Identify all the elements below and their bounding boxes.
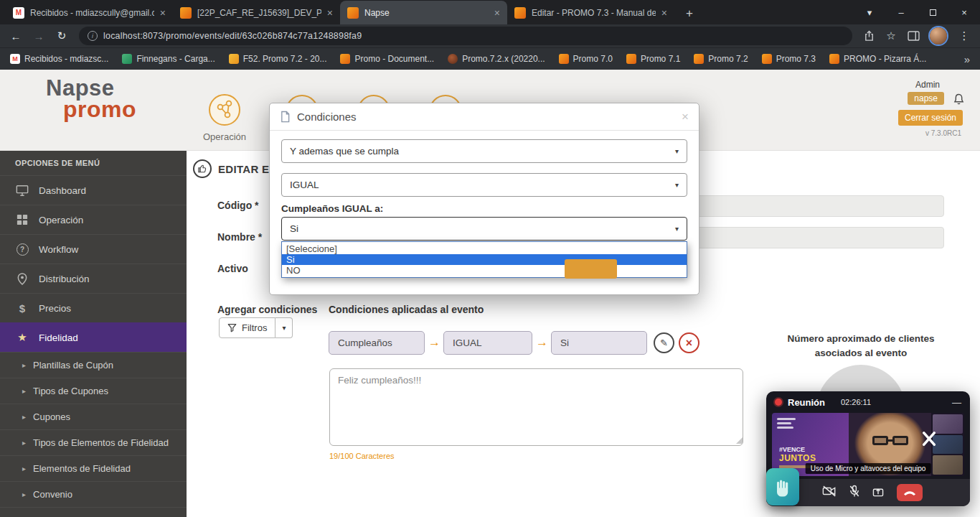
sidebar-subitem-label: Cupones: [33, 411, 70, 422]
version-label: v 7.3.0RC1: [925, 129, 961, 137]
back-icon[interactable]: ←: [6, 30, 26, 42]
dollar-icon: $: [15, 302, 29, 315]
bookmark-item[interactable]: Promo 7.3: [762, 54, 816, 64]
filters-split-button[interactable]: Filtros ▾: [219, 317, 293, 338]
nav-operacion[interactable]: Operación: [202, 93, 247, 142]
hand-icon: [771, 473, 794, 500]
tab-close-icon[interactable]: ×: [327, 7, 333, 19]
filters-caret-button[interactable]: ▾: [275, 317, 293, 338]
sidebar-subitem-tipos-elementos[interactable]: ▸Tipos de Elementos de Fidelidad: [0, 429, 187, 455]
meeting-video[interactable]: #VENCE JUNTOS Uso de Micro y altavoces d…: [772, 413, 964, 476]
browser-tab-gmail[interactable]: M Recibidos - mdiazscully@gmail.c ×: [6, 1, 173, 24]
promo-icon: [559, 54, 569, 64]
profile-avatar[interactable]: [930, 27, 947, 45]
glasses-shape: [872, 436, 908, 445]
promo-icon: [340, 54, 350, 64]
bookmark-star-icon[interactable]: ☆: [881, 29, 901, 42]
address-bar[interactable]: i localhost:8073/promo/events/edit/63c02…: [79, 27, 852, 45]
resize-grip-icon[interactable]: [736, 437, 743, 444]
bookmark-item[interactable]: Finnegans - Carga...: [122, 54, 215, 64]
tab-close-icon[interactable]: ×: [160, 7, 166, 19]
reload-icon[interactable]: ↻: [52, 29, 72, 42]
reaction-widget[interactable]: [766, 468, 799, 506]
filters-button[interactable]: Filtros: [219, 317, 275, 338]
recording-dot-icon: [775, 399, 782, 406]
arrow-icon: →: [536, 335, 548, 350]
sidebar-item-precios[interactable]: $ Precios: [0, 293, 187, 322]
bookmark-item[interactable]: F52. Promo 7.2 - 20...: [229, 54, 327, 64]
condition-chip-operator[interactable]: IGUAL: [443, 331, 532, 355]
tab-search-chevron-icon[interactable]: ▾: [854, 0, 885, 24]
bookmarks-overflow-icon[interactable]: »: [964, 53, 970, 65]
notifications-bell-icon[interactable]: [953, 93, 964, 108]
camera-off-icon[interactable]: [822, 485, 837, 500]
browser-tab-napse-active[interactable]: Napse ×: [340, 1, 507, 24]
sidebar-item-label: Fidelidad: [39, 332, 78, 343]
share-icon[interactable]: [859, 30, 878, 42]
bookmark-item[interactable]: Promo 7.2: [694, 54, 748, 64]
value-select-dropdown: [Seleccione] Si NO: [281, 241, 687, 278]
bookmark-item[interactable]: Promo 7.1: [626, 54, 680, 64]
delete-condition-button[interactable]: ×: [679, 332, 699, 353]
condition-type-select[interactable]: Y ademas que se cumpla ▾: [281, 139, 687, 163]
sidebar-subitem-convenio[interactable]: ▸Convenio: [0, 481, 187, 507]
side-panel-icon[interactable]: [904, 31, 923, 41]
bookmark-item[interactable]: PROMO - Pizarra Á...: [829, 54, 926, 64]
sidebar: OPCIONES DE MENÚ Dashboard Operación ? W…: [0, 151, 187, 517]
sidebar-item-dashboard[interactable]: Dashboard: [0, 175, 187, 205]
tab-strip: M Recibidos - mdiazscully@gmail.c × [22P…: [0, 0, 700, 24]
sidebar-subitem-elementos[interactable]: ▸Elementos de Fidelidad: [0, 455, 187, 481]
menu-kebab-icon[interactable]: ⋮: [954, 29, 974, 42]
operator-select[interactable]: IGUAL ▾: [281, 173, 687, 197]
sidebar-item-operacion[interactable]: Operación: [0, 205, 187, 234]
screen: M Recibidos - mdiazscully@gmail.c × [22P…: [0, 0, 980, 517]
condition-chip-field[interactable]: Cumpleaños: [329, 331, 425, 355]
hang-up-button[interactable]: [897, 484, 923, 501]
sidebar-item-distribucion[interactable]: Distribución: [0, 264, 187, 293]
edit-condition-button[interactable]: ✎: [654, 332, 674, 353]
modal-close-icon[interactable]: ×: [682, 110, 689, 124]
bookmark-label: Promo - Document...: [354, 54, 434, 64]
window-minimize-button[interactable]: –: [885, 0, 917, 24]
map-pin-icon: [15, 273, 29, 285]
sidebar-item-workflow[interactable]: ? Workflow: [0, 234, 187, 264]
logout-button[interactable]: Cerrar sesión: [898, 110, 963, 126]
description-textarea[interactable]: Feliz cumpleaños!!!: [329, 368, 743, 446]
sidebar-subitem-tipos-cupones[interactable]: ▸Tipos de Cupones: [0, 378, 187, 404]
bookmark-item[interactable]: MRecibidos - mdiazsc...: [10, 54, 108, 64]
sidebar-subitem-cupones[interactable]: ▸Cupones: [0, 404, 187, 429]
site-info-icon[interactable]: i: [88, 31, 98, 41]
value-select-open[interactable]: Si ▾: [281, 217, 687, 241]
modal-save-button[interactable]: [565, 259, 617, 279]
mic-off-icon[interactable]: [849, 485, 859, 500]
option-seleccione[interactable]: [Seleccione]: [282, 243, 687, 254]
thumbs-up-icon: [193, 159, 212, 178]
doc-icon: [229, 54, 239, 64]
sidebar-subitem-label: Convenio: [33, 489, 72, 500]
meeting-header[interactable]: Reunión 02:26:11 —: [766, 391, 970, 413]
modal-title: Condiciones: [297, 111, 357, 123]
browser-tab-manual[interactable]: Editar - PROMO 7.3 - Manual de ×: [507, 1, 674, 24]
meeting-minimize-button[interactable]: —: [952, 397, 961, 408]
tab-close-icon[interactable]: ×: [661, 7, 667, 19]
option-si-highlighted[interactable]: Si: [282, 254, 687, 265]
sidebar-item-fidelidad-active[interactable]: ★ Fidelidad: [0, 322, 187, 352]
bookmark-item[interactable]: Promo - Document...: [340, 54, 434, 64]
forward-icon[interactable]: →: [29, 30, 49, 42]
sidebar-subitem-plantillas-cupon[interactable]: ▸Plantillas de Cupón: [0, 352, 187, 378]
new-tab-button[interactable]: +: [679, 3, 700, 24]
window-close-button[interactable]: ×: [948, 0, 980, 24]
option-no[interactable]: NO: [282, 265, 687, 276]
arrow-icon: →: [428, 335, 440, 350]
condition-chip-value[interactable]: Si: [551, 331, 647, 355]
phone-icon: [903, 490, 916, 496]
bookmark-item[interactable]: Promo 7.0: [559, 54, 613, 64]
tab-close-icon[interactable]: ×: [494, 7, 500, 19]
share-screen-icon[interactable]: [872, 486, 884, 500]
bookmark-item[interactable]: Promo.7.2.x (20220...: [448, 54, 545, 64]
window-maximize-button[interactable]: [917, 0, 948, 24]
question-circle-icon: ?: [15, 243, 29, 256]
promo-favicon: [514, 7, 526, 19]
browser-tab-dev[interactable]: [22P_CAF_RE_J15639]_DEV_Prom ×: [173, 1, 340, 24]
sidebar-item-label: Dashboard: [39, 185, 86, 196]
